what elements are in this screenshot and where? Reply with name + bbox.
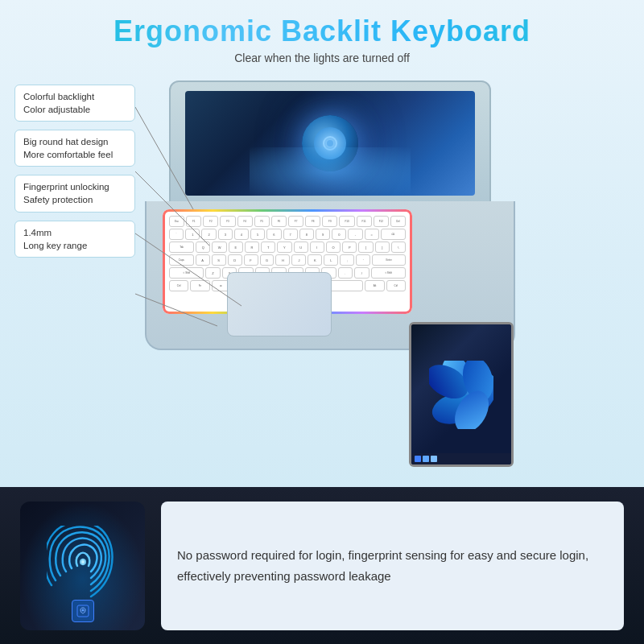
laptop-base: Esc F1 F2 F3 F4 F5 F6 F7 F8 F9 F10 F11 xyxy=(145,201,515,350)
key-y: Y xyxy=(277,242,291,253)
key-f: F xyxy=(244,254,258,266)
key-e: E xyxy=(229,242,243,253)
key-shift-l: ⇧Shift xyxy=(169,267,204,279)
key-o: O xyxy=(326,242,341,253)
key-w: W xyxy=(212,242,226,253)
key-j: J xyxy=(291,254,306,266)
key-i: I xyxy=(310,242,324,253)
feature-line2: Color adjustable xyxy=(23,105,90,114)
feature-line1: Big round hat design xyxy=(23,137,109,147)
fp-sensor-icon xyxy=(72,600,94,622)
key-bracket-l: [ xyxy=(358,242,373,253)
feature-line2: More comfortable feel xyxy=(23,150,113,159)
key-t: T xyxy=(261,242,275,253)
key-period: . xyxy=(338,267,353,279)
taskbar-icon-3 xyxy=(431,456,437,462)
key-2: 2 xyxy=(201,229,216,240)
feature-colorful-backlight: Colorful backlight Color adjustable xyxy=(14,85,135,122)
key-a: A xyxy=(196,254,210,266)
key-ctrl-r: Ctrl xyxy=(386,280,406,291)
key-u: U xyxy=(294,242,308,253)
key-p: P xyxy=(342,242,357,253)
key-del: Del xyxy=(390,216,406,227)
svg-point-5 xyxy=(327,140,333,147)
key-k: K xyxy=(308,254,322,266)
svg-point-15 xyxy=(81,609,84,611)
taskbar-icon xyxy=(415,456,421,462)
key-backslash: \ xyxy=(391,242,406,253)
key-enter: Enter xyxy=(372,254,406,266)
key-f11: F11 xyxy=(357,216,372,227)
fingerprint-svg xyxy=(47,526,119,602)
key-d: D xyxy=(228,254,242,266)
top-section: Ergonomic Backlit Keyboard Clear when th… xyxy=(0,0,644,72)
key-esc: Esc xyxy=(169,216,184,227)
laptop-container: Colorful backlight Color adjustable Big … xyxy=(0,76,644,382)
key-9: 9 xyxy=(316,229,330,240)
bottom-paragraph: No password required for login, fingerpr… xyxy=(177,545,608,586)
key-f9: F9 xyxy=(322,216,337,227)
key-l: L xyxy=(324,254,338,266)
key-4: 4 xyxy=(234,229,249,240)
key-row-1: Esc F1 F2 F3 F4 F5 F6 F7 F8 F9 F10 F11 xyxy=(169,216,406,227)
key-f2: F2 xyxy=(203,216,218,227)
key-bracket-r: ] xyxy=(375,242,390,253)
key-tab: Tab xyxy=(169,242,194,253)
feature-line2: Long key range xyxy=(23,241,87,250)
screen-glow xyxy=(250,147,411,196)
key-equals: = xyxy=(365,229,379,240)
feature-boxes: Colorful backlight Color adjustable Big … xyxy=(14,85,135,258)
key-backtick: ` xyxy=(169,229,184,240)
bottom-section: No password required for login, fingerpr… xyxy=(0,487,644,644)
key-r: R xyxy=(245,242,259,253)
feature-key-range: 1.4mm Long key range xyxy=(14,221,135,258)
page-title: Ergonomic Backlit Keyboard xyxy=(16,14,628,48)
key-alt-r: Alt xyxy=(365,280,384,291)
laptop-lid xyxy=(169,80,491,205)
svg-point-13 xyxy=(81,560,85,564)
key-6: 6 xyxy=(266,229,281,240)
feature-line2: Safety protection xyxy=(23,195,93,204)
key-0: 0 xyxy=(332,229,346,240)
key-row-3: Tab Q W E R T Y U I O P [ ] xyxy=(169,242,406,253)
laptop-body: Esc F1 F2 F3 F4 F5 F6 F7 F8 F9 F10 F11 xyxy=(145,80,515,354)
key-3: 3 xyxy=(218,229,233,240)
key-f4: F4 xyxy=(237,216,253,227)
key-fn: Fn xyxy=(190,280,209,291)
key-minus: - xyxy=(348,229,362,240)
feature-fingerprint: Fingerprint unlocking Safety protection xyxy=(14,175,135,212)
key-1: 1 xyxy=(185,229,200,240)
key-s: S xyxy=(212,254,226,266)
key-f1: F1 xyxy=(186,216,201,227)
page: Ergonomic Backlit Keyboard Clear when th… xyxy=(0,0,644,644)
key-8: 8 xyxy=(299,229,314,240)
key-semi: ; xyxy=(340,254,354,266)
fingerprint-icon xyxy=(47,526,119,605)
taskbar-icon-2 xyxy=(423,456,429,462)
key-backspace: ⌫ xyxy=(381,229,406,240)
key-h: H xyxy=(275,254,290,266)
key-q: Q xyxy=(196,242,210,253)
feature-line1: Fingerprint unlocking xyxy=(23,182,109,192)
feature-line1: Colorful backlight xyxy=(23,92,94,101)
key-shift-r: ⇧Shift xyxy=(371,267,406,279)
key-quote: ' xyxy=(356,254,370,266)
key-f6: F6 xyxy=(271,216,287,227)
feature-line1: 1.4mm xyxy=(23,228,52,237)
key-row-2: ` 1 2 3 4 5 6 7 8 9 0 - = xyxy=(169,229,406,240)
side-screen xyxy=(409,322,514,467)
laptop-screen xyxy=(185,91,475,196)
touchpad xyxy=(227,272,332,336)
key-z: Z xyxy=(205,267,221,279)
bottom-description: No password required for login, fingerpr… xyxy=(161,502,624,630)
windows-flower-icon xyxy=(429,361,493,429)
key-5: 5 xyxy=(250,229,265,240)
subtitle: Clear when the lights are turned off xyxy=(16,52,628,64)
fingerprint-image xyxy=(20,502,145,630)
key-g: G xyxy=(260,254,275,266)
key-slash: / xyxy=(354,267,369,279)
key-f12: F12 xyxy=(374,216,389,227)
key-f3: F3 xyxy=(220,216,235,227)
fp-sensor-svg xyxy=(76,605,89,617)
key-f10: F10 xyxy=(339,216,354,227)
